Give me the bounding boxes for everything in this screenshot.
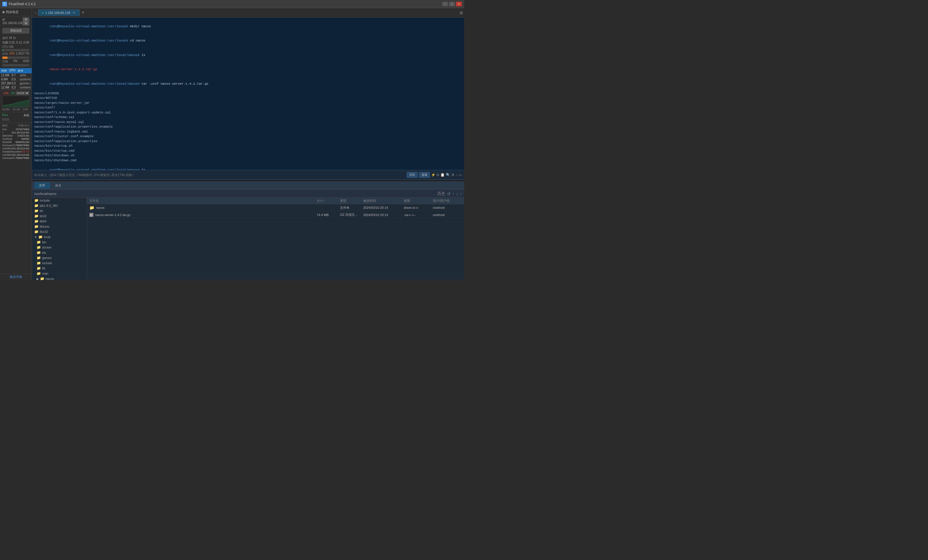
titlebar: F FinalShell 4.2.4.2 ─ □ ✕: [0, 0, 464, 8]
network-section: ↑25K ↓2K ens33 60.8M 42.1M 21M: [0, 90, 32, 112]
folder-icon: 📁: [38, 235, 43, 239]
tree-item-local[interactable]: ▼ 📁 local: [32, 234, 87, 240]
term-prompt: root@heyunlin-virtual-machine:/usr/local…: [50, 82, 142, 85]
disk-row: /run/user/1000 789M/789M: [2, 144, 29, 147]
disk-row: /run 787M/789M: [2, 128, 29, 131]
terminal-line: nacos/bin/shutdown.cmd: [34, 158, 462, 163]
tree-item[interactable]: 📁 lib32: [32, 214, 87, 219]
proc-header-mem: 内存: [1, 69, 7, 73]
file-row[interactable]: 📁 nacos 文件夹 2024/03/10 20:14 drwxr-xr-x …: [87, 204, 464, 211]
options-button[interactable]: 选项: [419, 172, 430, 178]
tab-bar: ‹ ● 1 192.168.60.128 ✕ + ⊞: [32, 8, 464, 17]
upload-file-btn[interactable]: ↑: [460, 191, 462, 196]
file-row[interactable]: gz nacos-server-1.4.2.tar.gz 74.4 MB GZ …: [87, 211, 464, 218]
proc-name: systemd-oomd: [20, 78, 31, 81]
tree-item[interactable]: 📁 games: [32, 255, 87, 261]
command-input[interactable]: [34, 173, 406, 177]
tree-item[interactable]: 📁 include: [32, 198, 87, 203]
tree-item-nacos[interactable]: ▶ 📁 nacos: [32, 276, 87, 280]
paste-icon[interactable]: 📋: [440, 173, 445, 177]
terminal-line: nacos/bin/shutdown.sh: [34, 153, 462, 158]
file-perm: drwxr-xr-x: [404, 206, 433, 209]
tab-label: 1 192.168.60.128: [45, 11, 70, 15]
download-file-btn[interactable]: ↓: [456, 191, 458, 196]
disk-path: /media/heyunlin/Ubuntu...: [2, 150, 21, 153]
minimize-button[interactable]: ─: [442, 2, 448, 6]
search-icon[interactable]: 🔍: [446, 173, 450, 177]
file-type: 文件夹: [340, 206, 363, 210]
tab-close-button[interactable]: ✕: [72, 11, 76, 15]
terminal-line: nacos/NOTICE: [34, 96, 462, 101]
sidebar-footer: 激活/升级: [0, 273, 32, 280]
refresh-btn[interactable]: ↺: [447, 191, 450, 196]
proc-mem: 257.2M: [1, 82, 11, 85]
tree-item[interactable]: 📁 lib: [32, 208, 87, 214]
disk-header: 路径 可用/大小: [2, 124, 29, 128]
tree-item[interactable]: 📁 lib: [32, 266, 87, 271]
lightning-icon[interactable]: ⚡: [431, 173, 435, 177]
net-num1: 60.8M: [2, 108, 9, 111]
latency-value: 0ms: [2, 113, 8, 117]
process-row: 11.6M 0.7 sshd: [0, 73, 32, 78]
file-list: 文件名 大小 ↑ 类型 修改时间 权限 用户/用户组 📁 nacos 文件夹: [87, 198, 464, 280]
terminal-line: nacos/LICENSE: [34, 91, 462, 96]
tab-nav-back[interactable]: ‹: [33, 11, 38, 15]
disk-path: /run/user/0: [2, 157, 15, 160]
tree-item[interactable]: 📁 libexec: [32, 224, 87, 229]
expand-icon: ▼: [34, 235, 37, 239]
ip-label: IP 192.168.60.128: [2, 18, 23, 24]
proc-name: sshd: [20, 74, 31, 77]
download-icon[interactable]: ↓: [456, 173, 458, 177]
tree-item[interactable]: 📁 lib64: [32, 219, 87, 224]
maximize-button[interactable]: □: [449, 2, 455, 6]
cpu-value: 2%: [9, 45, 13, 49]
add-tab-button[interactable]: +: [80, 9, 87, 16]
folder-icon: 📁: [37, 261, 41, 265]
titlebar-title: FinalShell 4.2.4.2: [9, 2, 36, 6]
terminal-line: root@heyunlin-virtual-machine:/usr/local…: [34, 163, 462, 170]
term-output: nacos/conf/1.4.0-ipv6_support-update.sql: [34, 111, 111, 114]
sync-label: 同步状态: [6, 10, 18, 14]
history-button[interactable]: 历史: [407, 172, 418, 178]
disk-row: /var/lib/docker/overlay... 101.3G/124.9G: [2, 153, 29, 156]
disk-path: /run/lock: [2, 137, 21, 140]
copy-ip-button[interactable]: 复制: [23, 17, 29, 26]
tab-files[interactable]: 文件: [34, 182, 50, 189]
copy-icon[interactable]: ⧉: [437, 173, 439, 177]
disk-row: /var/lib/docker/overlay... 101.3G/124.9G: [2, 147, 29, 150]
tree-item[interactable]: 📁 bin: [32, 240, 87, 245]
swap-percent: 0%: [13, 60, 17, 64]
history-btn[interactable]: 历史: [437, 191, 445, 196]
command-input-bar: 历史 选项 ⚡ ⧉ 📋 🔍 ⚙ ↓ ▭: [32, 170, 464, 180]
mem-value: 1.5G/7.7G: [16, 52, 29, 56]
tree-item[interactable]: 📁 man: [32, 271, 87, 276]
tree-item[interactable]: 📁 etc: [32, 250, 87, 255]
load-row: 负载 0.20, 0.12, 0.09: [2, 41, 29, 45]
window-controls: ─ □ ✕: [442, 2, 462, 6]
tab-item[interactable]: ● 1 192.168.60.128 ✕: [38, 9, 80, 16]
net-interface-select[interactable]: ens33: [16, 91, 29, 95]
sys-info-button[interactable]: 系统信息: [2, 28, 29, 34]
col-header-date: 修改时间: [363, 198, 404, 203]
activate-button[interactable]: 激活/升级: [9, 275, 22, 279]
close-button[interactable]: ✕: [456, 2, 462, 6]
grid-view-button[interactable]: ⊞: [459, 11, 463, 15]
terminal-line: root@heyunlin-virtual-machine:/usr/local…: [34, 19, 462, 34]
file-perm: -rw-r--r--: [404, 213, 433, 217]
tree-item[interactable]: 📁 libx32: [32, 229, 87, 234]
up-dir-btn[interactable]: ↑: [452, 191, 454, 196]
terminal-area[interactable]: root@heyunlin-virtual-machine:/usr/local…: [32, 17, 464, 170]
tree-item[interactable]: 📁 jdk1.8.0_381: [32, 203, 87, 208]
terminal-line: root@heyunlin-virtual-machine:/usr/local…: [34, 76, 462, 91]
term-output: nacos/conf/nacos-mysql.sql: [34, 121, 84, 124]
window-icon[interactable]: ▭: [459, 173, 462, 177]
disk-size: 789M/789M: [15, 157, 29, 160]
tree-item[interactable]: 📁 include: [32, 261, 87, 266]
tree-item[interactable]: 📁 docker: [32, 245, 87, 250]
settings-icon[interactable]: ⚙: [451, 173, 455, 177]
mem-label: 内存: [2, 52, 8, 56]
tab-commands[interactable]: 命令: [50, 182, 66, 189]
disk-size: 0/4.7G: [21, 150, 29, 153]
folder-icon: 📁: [34, 204, 38, 208]
cpu-bar: [2, 49, 3, 51]
